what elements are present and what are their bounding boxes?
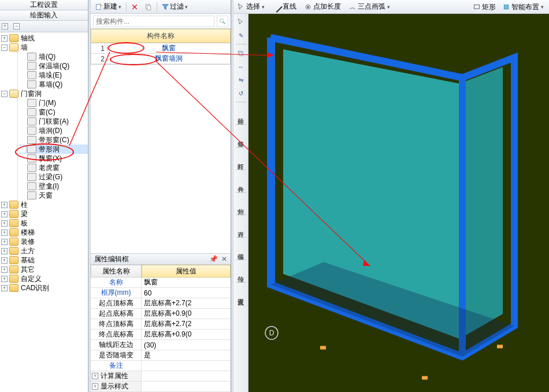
vtool-5[interactable]: 对齐	[235, 218, 247, 234]
toggle-icon[interactable]: +	[1, 211, 8, 217]
prop-row[interactable]: 终点底标高层底标高+0.9(0	[91, 330, 231, 340]
toggle-icon[interactable]: +	[1, 248, 8, 254]
vtool-mirror[interactable]: ⇋	[235, 74, 247, 86]
tool-rect[interactable]: 矩形	[472, 1, 498, 13]
vtool-0[interactable]: 延伸	[235, 105, 247, 121]
prop-row[interactable]: 框厚(mm)60	[91, 288, 231, 298]
collapse-button[interactable]: −	[13, 22, 22, 31]
close-icon[interactable]: ✕	[221, 255, 227, 263]
toggle-icon[interactable]: +	[1, 267, 8, 273]
toggle-icon[interactable]: −	[1, 91, 8, 97]
prop-group[interactable]: +显示样式	[91, 382, 231, 392]
prop-value[interactable]: 层底标高+0.9(0	[142, 330, 231, 339]
tree-item[interactable]: 保温墙(Q)	[38, 61, 71, 71]
prop-value[interactable]: 层底标高+2.7(2	[142, 298, 231, 308]
toggle-icon[interactable]: +	[1, 239, 8, 245]
viewport-3d[interactable]: D	[248, 14, 549, 392]
prop-value[interactable]: 是	[142, 350, 231, 360]
marker-d: D	[269, 329, 274, 337]
folder-icon	[9, 90, 18, 98]
tree-item[interactable]: 基础	[20, 256, 36, 265]
toggle-icon[interactable]: +	[1, 230, 8, 236]
tree-item[interactable]: 老虎窗	[38, 163, 61, 173]
vtool-rotate[interactable]: ↺	[235, 87, 247, 99]
tree-item[interactable]: 壁龛(I)	[38, 182, 60, 191]
tab-project-settings[interactable]: 工程设置	[0, 0, 88, 10]
tool-smart[interactable]: 智能布置▾	[501, 1, 546, 13]
folder-icon	[9, 247, 18, 255]
toggle-icon[interactable]: +	[1, 35, 8, 42]
tool-select[interactable]: 选择▾	[236, 1, 266, 13]
pin-icon[interactable]: 📌	[209, 255, 218, 263]
col-attr-value: 属性值	[142, 265, 231, 278]
tree-item[interactable]: 梁	[20, 209, 29, 219]
tab-draw-input[interactable]: 绘图输入	[0, 10, 88, 21]
prop-row[interactable]: 轴线距左边(30)	[91, 340, 231, 350]
vtool-move[interactable]: ↔	[235, 61, 247, 72]
vtool-cursor2[interactable]	[235, 16, 247, 28]
search-input[interactable]	[93, 16, 214, 27]
prop-value[interactable]: 层底标高+0.9(0	[142, 309, 231, 319]
folder-icon	[9, 219, 18, 227]
vtool-1[interactable]: 修剪	[235, 128, 247, 144]
tree-item[interactable]: CAD识别	[20, 283, 50, 293]
toggle-icon[interactable]: +	[1, 276, 8, 282]
prop-row[interactable]: 起点顶标高层底标高+2.7(2	[91, 298, 231, 309]
expand-button[interactable]: +	[1, 22, 10, 31]
tree-item[interactable]: 楼梯	[20, 228, 36, 238]
prop-row[interactable]: 备注	[91, 361, 231, 371]
prop-value[interactable]: 层底标高+2.7(2	[142, 319, 231, 329]
prop-value[interactable]	[142, 361, 231, 371]
tree-item[interactable]: 门联窗(A)	[38, 117, 70, 127]
tree-item[interactable]: 板	[20, 219, 29, 228]
vtool-copy[interactable]: ⿻	[235, 47, 247, 59]
tool-point-length[interactable]: 点加长度	[303, 1, 343, 13]
prop-value[interactable]: (30)	[142, 340, 231, 350]
prop-row[interactable]: 是否随墙变是	[91, 350, 231, 361]
tree-wall[interactable]: 墙	[20, 43, 29, 53]
prop-value[interactable]: 60	[142, 288, 231, 298]
tree-item[interactable]: 墙洞(D)	[38, 126, 64, 136]
vtool-2[interactable]: 打断	[235, 150, 247, 167]
copy-button[interactable]	[143, 1, 154, 13]
vtool-3[interactable]: 合并	[235, 173, 247, 189]
tree-item[interactable]: 装修	[20, 237, 36, 247]
tree-item[interactable]: 窗(C)	[38, 108, 57, 117]
vtool-6[interactable]: 偏移	[235, 241, 247, 257]
prop-row[interactable]: 终点顶标高层底标高+2.7(2	[91, 319, 231, 330]
tree-opening[interactable]: 门窗洞	[20, 89, 43, 99]
tree-axis[interactable]: 轴线	[20, 34, 36, 43]
prop-value[interactable]: 飘窗	[142, 278, 231, 287]
vtool-brush[interactable]: ✎	[235, 29, 247, 41]
toggle-icon[interactable]: +	[1, 202, 8, 208]
vtool-8[interactable]: 设置夹点	[235, 286, 247, 302]
tree-item[interactable]: 自定义	[20, 274, 43, 284]
vtool-4[interactable]: 分割	[235, 195, 247, 212]
tree-item[interactable]: 墙垛(E)	[38, 71, 63, 80]
tree-item[interactable]: 墙(Q)	[38, 52, 57, 62]
prop-group[interactable]: +计算属性	[91, 371, 231, 382]
tree-item[interactable]: 柱	[20, 200, 29, 210]
vtool-7[interactable]: 拉伸	[235, 263, 247, 279]
toggle-icon[interactable]: +	[1, 285, 8, 291]
toggle-icon[interactable]: −	[1, 45, 8, 51]
new-button[interactable]: 新建▾	[93, 1, 124, 13]
component-tree[interactable]: +轴线 −墙 墙(Q)保温墙(Q)墙垛(E)幕墙(Q) −门窗洞 门(M)窗(C…	[0, 32, 88, 392]
tree-item[interactable]: 其它	[20, 265, 36, 275]
prop-title-bar[interactable]: 属性编辑框 📌 ✕	[91, 253, 231, 265]
search-button[interactable]	[217, 16, 228, 27]
toggle-icon[interactable]: +	[1, 220, 8, 227]
tool-line[interactable]: 直线	[271, 1, 298, 13]
item-icon	[27, 164, 36, 172]
tree-item[interactable]: 过梁(G)	[38, 172, 64, 182]
prop-row[interactable]: 起点底标高层底标高+0.9(0	[91, 309, 231, 319]
toggle-icon[interactable]: +	[1, 257, 8, 264]
tree-item[interactable]: 天窗	[38, 191, 54, 201]
tool-arc3[interactable]: 三点画弧▾	[347, 1, 392, 13]
filter-button[interactable]: 过滤▾	[159, 1, 190, 13]
tree-item[interactable]: 门(M)	[38, 98, 57, 108]
prop-row[interactable]: 名称飘窗	[91, 278, 231, 288]
delete-button[interactable]	[129, 1, 140, 13]
tree-item[interactable]: 土方	[20, 246, 36, 256]
tree-item[interactable]: 幕墙(Q)	[38, 80, 64, 90]
